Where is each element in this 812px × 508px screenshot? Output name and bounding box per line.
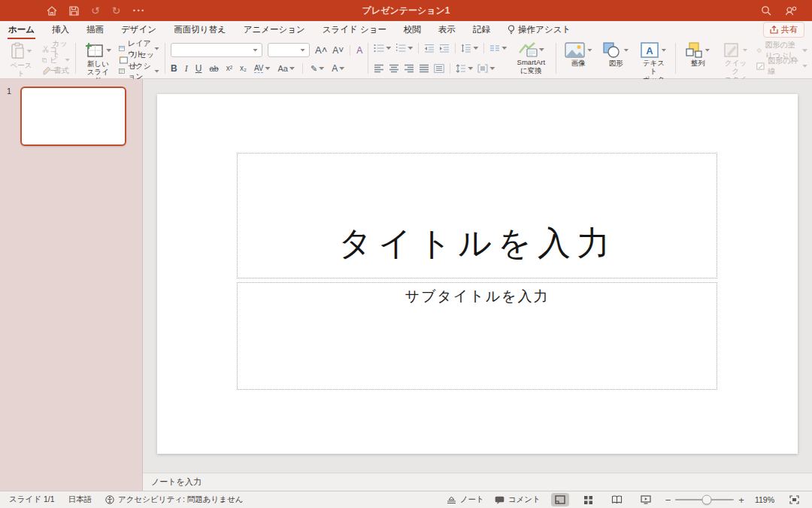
section-button[interactable]: セクション [119, 65, 159, 77]
textbox-icon: A [641, 42, 659, 58]
subtitle-placeholder[interactable]: サブタイトルを入力 [237, 282, 717, 390]
titlebar: ↺ ↻ ··· プレゼンテーション1 [0, 0, 812, 21]
align-left-button[interactable] [374, 64, 384, 73]
shape-fill-icon [756, 46, 762, 55]
insert-picture-button[interactable]: 画像 [562, 41, 595, 75]
increase-indent-button[interactable] [439, 44, 450, 53]
justify-button[interactable] [419, 64, 429, 73]
character-spacing-button[interactable]: AV [254, 65, 271, 73]
comment-icon [495, 496, 504, 504]
highlight-color-button[interactable]: ✎ [311, 65, 324, 73]
smartart-icon [518, 42, 538, 57]
zoom-out-button[interactable]: − [665, 495, 671, 505]
home-icon[interactable] [47, 6, 57, 16]
quick-styles-button[interactable]: クイック スタイル [719, 41, 752, 75]
tab-view[interactable]: 表示 [438, 21, 456, 39]
superscript-button[interactable]: x² [226, 65, 232, 72]
tab-home[interactable]: ホーム [8, 21, 35, 39]
text-direction-button[interactable] [456, 64, 473, 73]
insert-shapes-button[interactable]: 図形 [599, 41, 632, 75]
font-size-select[interactable] [268, 43, 310, 57]
quick-styles-icon [723, 42, 740, 58]
zoom-in-button[interactable]: + [738, 495, 744, 505]
slideshow-view-button[interactable] [637, 493, 655, 506]
insert-textbox-button[interactable]: A テキスト ボックス [637, 41, 670, 75]
save-icon[interactable] [69, 6, 79, 16]
bold-button[interactable]: B [171, 64, 177, 73]
tab-tell-me[interactable]: 操作アシスト [507, 21, 571, 39]
slide-canvas: タイトルを入力 サブタイトルを入力 [143, 79, 812, 473]
italic-button[interactable]: I [185, 64, 188, 73]
copy-button[interactable]: コピー [42, 54, 70, 65]
slide[interactable]: タイトルを入力 サブタイトルを入力 [157, 94, 798, 454]
decrease-indent-button[interactable] [424, 44, 435, 53]
tab-design[interactable]: デザイン [120, 21, 157, 39]
more-commands-icon[interactable]: ··· [132, 5, 145, 16]
tab-draw[interactable]: 描画 [86, 21, 105, 39]
bullets-button[interactable] [374, 44, 391, 53]
accessibility-status[interactable]: アクセシビリティ: 問題ありません [105, 494, 244, 505]
align-right-icon [404, 64, 414, 73]
subscript-button[interactable]: x₂ [240, 65, 247, 72]
slide-sorter-view-button[interactable] [580, 493, 598, 506]
font-name-select[interactable] [171, 43, 262, 57]
arrange-button[interactable]: 整列 [681, 41, 714, 75]
align-text-button[interactable] [477, 64, 495, 73]
new-slide-button[interactable]: 新しい スライド [81, 41, 114, 75]
shape-fill-button[interactable]: 図形の塗りつぶし [756, 45, 807, 56]
tab-insert[interactable]: 挿入 [51, 21, 70, 39]
shape-outline-button[interactable]: 図形の枠線 [756, 60, 807, 71]
font-color-icon: A [332, 64, 338, 73]
highlighter-icon: ✎ [311, 65, 317, 73]
title-placeholder[interactable]: タイトルを入力 [237, 153, 717, 278]
tab-tell-me-label: 操作アシスト [518, 24, 571, 35]
shrink-font-button[interactable]: A˅ [332, 46, 344, 55]
strikethrough-button[interactable]: ab [209, 65, 218, 73]
notes-placeholder: ノートを入力 [151, 476, 201, 488]
tab-transitions[interactable]: 画面切り替え [173, 21, 227, 39]
paste-button[interactable]: ペースト [5, 41, 38, 75]
slide-thumbnail[interactable] [20, 87, 126, 146]
comments-toggle[interactable]: コメント [495, 494, 541, 505]
distribute-text-button[interactable] [434, 64, 444, 73]
zoom-level[interactable]: 119% [755, 495, 774, 504]
share-label: 共有 [781, 24, 798, 35]
underline-button[interactable]: U [195, 64, 202, 73]
line-spacing-button[interactable] [461, 44, 478, 53]
zoom-slider[interactable] [675, 499, 734, 500]
normal-view-button[interactable] [551, 493, 569, 506]
grow-font-button[interactable]: A˄ [315, 45, 327, 55]
convert-to-smartart-button[interactable]: SmartArt に変換 [511, 41, 550, 75]
share-icon [770, 26, 778, 34]
tab-review[interactable]: 校閲 [403, 21, 422, 39]
reading-view-button[interactable] [608, 493, 626, 506]
align-right-button[interactable] [404, 64, 414, 73]
text-direction-icon [456, 64, 466, 73]
notes-pane[interactable]: ノートを入力 [143, 473, 812, 491]
layout-icon [119, 44, 125, 53]
undo-icon[interactable]: ↺ [91, 5, 100, 16]
columns-button[interactable] [489, 44, 507, 52]
notes-toggle[interactable]: ノート [447, 494, 484, 505]
fit-slide-to-window-button[interactable] [785, 493, 803, 506]
language-indicator[interactable]: 日本語 [68, 494, 92, 505]
fit-to-window-icon [789, 495, 799, 504]
zoom-slider-knob[interactable] [702, 495, 712, 505]
redo-icon[interactable]: ↻ [112, 5, 121, 16]
zoom-control: − + [665, 495, 744, 505]
change-case-button[interactable]: Aa [277, 65, 294, 73]
numbering-icon [395, 44, 406, 53]
tab-animations[interactable]: アニメーション [243, 21, 306, 39]
share-button[interactable]: 共有 [763, 22, 804, 38]
search-icon[interactable] [761, 5, 771, 16]
format-painter-button[interactable]: 書式 [42, 65, 70, 76]
font-color-button[interactable]: A [332, 64, 344, 73]
tab-slideshow[interactable]: スライド ショー [322, 21, 387, 39]
align-center-icon [389, 64, 399, 73]
align-center-button[interactable] [389, 64, 399, 73]
svg-text:A: A [647, 45, 654, 56]
clear-formatting-button[interactable]: A [356, 46, 362, 55]
numbering-button[interactable] [395, 44, 413, 53]
tab-record[interactable]: 記録 [472, 21, 491, 39]
presence-people-icon[interactable] [785, 6, 797, 16]
